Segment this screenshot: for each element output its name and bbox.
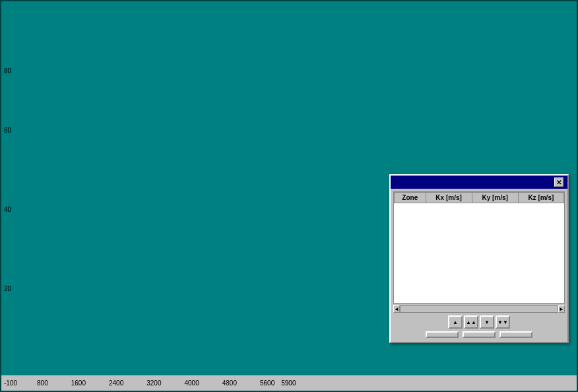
nav-buttons-row: ▲ ▲▲ ▼ ▼▼ <box>393 315 565 329</box>
conductivity-dialog: ✕ Zone Kx [m/s] Ky [m/s] Kz [m/s] <box>389 174 569 343</box>
col-ky: Ky [m/s] <box>472 193 518 203</box>
conductivity-table: Zone Kx [m/s] Ky [m/s] Kz [m/s] <box>394 192 564 203</box>
x-label-1600: 1600 <box>71 379 86 387</box>
x-label-3200: 3200 <box>146 379 161 387</box>
x-label-800: 800 <box>37 379 48 387</box>
scroll-right-btn[interactable]: ► <box>558 305 565 313</box>
bottom-bar: -100 800 1600 2400 3200 4000 4800 5600 5… <box>1 375 577 391</box>
nav-last-btn[interactable]: ▼▼ <box>496 315 510 329</box>
dialog-titlebar: ✕ <box>391 176 567 189</box>
y-axis-label-80: 80 <box>4 67 11 75</box>
conductivity-table-container[interactable]: Zone Kx [m/s] Ky [m/s] Kz [m/s] <box>393 191 565 304</box>
x-label-2400: 2400 <box>109 379 123 387</box>
scroll-left-btn[interactable]: ◄ <box>393 305 400 313</box>
nav-next-btn[interactable]: ▼ <box>480 315 494 329</box>
ok-button[interactable] <box>463 331 496 338</box>
col-kx: Kx [m/s] <box>426 193 472 203</box>
cancel-button[interactable] <box>499 331 532 338</box>
x-label-neg100: -100 <box>4 379 17 387</box>
h-scrollbar[interactable]: ◄ ► <box>393 305 565 313</box>
advanced-button[interactable] <box>426 331 459 338</box>
nav-first-btn[interactable]: ▲ <box>448 315 463 329</box>
x-label-4800: 4800 <box>222 379 237 387</box>
y-axis-label-40: 40 <box>4 206 11 213</box>
y-axis-label-60: 60 <box>4 127 11 134</box>
x-label-5600: 5600 <box>260 379 274 387</box>
nav-prev-btn[interactable]: ▲▲ <box>464 315 478 329</box>
col-kz: Kz [m/s] <box>518 193 563 203</box>
x-label-4000: 4000 <box>184 379 199 387</box>
h-scroll-track[interactable] <box>400 305 558 313</box>
main-view: 80 60 40 20 -100 800 1600 2400 3200 4000… <box>0 0 578 392</box>
y-axis-label-20: 20 <box>4 285 11 292</box>
dialog-close-button[interactable]: ✕ <box>554 178 563 187</box>
action-buttons-row <box>395 331 563 338</box>
dialog-content: Zone Kx [m/s] Ky [m/s] Kz [m/s] ◄ ► <box>391 189 567 342</box>
x-label-5900: 5900 <box>281 379 296 387</box>
col-zone: Zone <box>395 193 426 203</box>
